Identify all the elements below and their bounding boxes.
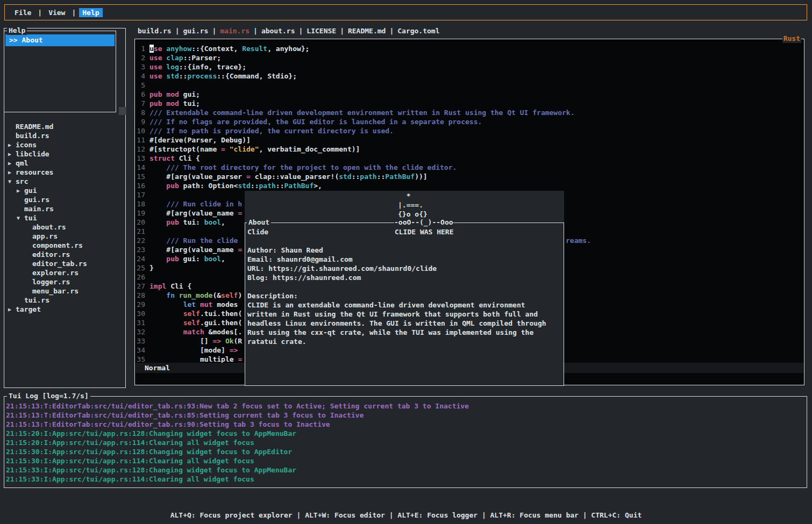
tree-item-label: tui — [24, 213, 37, 222]
code-text: /// If no path is provided, the current … — [149, 126, 394, 135]
tree-item-build.rs[interactable]: build.rs — [4, 131, 124, 140]
menu-item-help[interactable]: Help — [79, 8, 102, 17]
about-popup-box: About -ooO--(_)--Ooo Clide CLIDE WAS HER… — [245, 222, 564, 386]
tab-readme.md[interactable]: README.md — [348, 26, 386, 36]
code-line[interactable]: 14 /// The root directory for the projec… — [137, 163, 803, 172]
line-number: 29 — [137, 300, 145, 309]
line-number: 13 — [137, 154, 145, 163]
tree-item-qml[interactable]: ▶qml — [4, 159, 124, 168]
tree-item-logger.rs[interactable]: logger.rs — [4, 277, 124, 286]
code-line[interactable]: 10/// If no path is provided, the curren… — [137, 126, 803, 135]
line-number: 8 — [137, 108, 145, 117]
code-text: pub mod tui; — [149, 99, 200, 108]
tab-separator: | — [386, 26, 397, 36]
tree-item-label: tui.rs — [24, 296, 49, 305]
tree-item-tui[interactable]: ▼tui — [4, 213, 124, 222]
tree-item-label: resources — [16, 168, 53, 177]
tree-item-editor-tab.rs[interactable]: editor_tab.rs — [4, 259, 124, 268]
tree-item-label: about.rs — [32, 222, 66, 232]
file-tree: README.mdbuild.rs▶icons▶libclide▶qml▶res… — [4, 122, 124, 314]
menu-separator: | — [38, 9, 42, 17]
line-number: 24 — [137, 254, 145, 263]
tree-item-label: icons — [16, 140, 37, 149]
code-line[interactable]: 6pub mod gui; — [137, 90, 803, 99]
code-line[interactable]: 9/// If no flags are provided, the GUI e… — [137, 117, 803, 126]
tab-license[interactable]: LICENSE — [307, 26, 336, 36]
code-line[interactable]: 4use std::process::{Command, Stdio}; — [137, 71, 803, 81]
tree-item-component.rs[interactable]: component.rs — [4, 241, 124, 250]
about-popup-line: Author: Shaun Reed — [247, 246, 564, 255]
code-line[interactable]: 13struct Cli { — [137, 154, 803, 163]
dropdown-item-about[interactable]: >> About — [5, 34, 115, 46]
code-line[interactable]: 2use clap::Parser; — [137, 53, 803, 62]
about-popup-line: CLIDE is an extendable command-line driv… — [247, 300, 564, 310]
about-popup-line: Email: shaunrd0@gmail.com — [247, 255, 564, 264]
menu-item-view[interactable]: View — [45, 8, 68, 17]
editor-tab-bar: build.rs|gui.rs|main.rs|about.rs|LICENSE… — [138, 26, 440, 36]
log-entry: 21:15:20:I:App:src/tui/app.rs:114:Cleari… — [6, 438, 469, 447]
line-number: 28 — [137, 291, 145, 300]
line-number: 3 — [137, 62, 145, 71]
tree-item-about.rs[interactable]: about.rs — [4, 222, 124, 232]
line-number: 4 — [137, 71, 145, 81]
line-number: 1 — [137, 44, 145, 53]
tree-item-src[interactable]: ▼src — [4, 177, 124, 186]
code-line[interactable]: 3use log::{info, trace}; — [137, 62, 803, 71]
code-line[interactable]: 12#[structopt(name = "clide", verbatim_d… — [137, 145, 803, 154]
log-entry: 21:15:33:I:App:src/tui/app.rs:128:Changi… — [6, 465, 469, 475]
tab-gui.rs[interactable]: gui.rs — [183, 26, 208, 36]
dropdown-scrollbar-thumb[interactable] — [119, 107, 126, 115]
about-popup-line — [247, 282, 564, 291]
tree-item-libclide[interactable]: ▶libclide — [4, 149, 124, 159]
tree-item-gui.rs[interactable]: gui.rs — [4, 195, 124, 204]
code-line[interactable]: 16 pub path: Option<std::path::PathBuf>, — [137, 181, 803, 190]
tree-item-label: menu_bar.rs — [32, 286, 79, 296]
tree-item-menu-bar.rs[interactable]: menu_bar.rs — [4, 286, 124, 296]
tree-item-label: build.rs — [16, 131, 49, 140]
tree-item-label: libclide — [16, 149, 49, 159]
code-line[interactable]: 11#[derive(Parser, Debug)] — [137, 135, 803, 145]
tree-item-icons[interactable]: ▶icons — [4, 140, 124, 149]
code-text: use log::{info, trace}; — [149, 62, 246, 71]
tab-about.rs[interactable]: about.rs — [261, 26, 295, 36]
tab-separator: | — [336, 26, 348, 36]
tree-item-main.rs[interactable]: main.rs — [4, 204, 124, 213]
shortcut-line-1: ALT+Q: Focus project explorer | ALT+W: F… — [0, 511, 812, 520]
line-number: 15 — [137, 172, 145, 181]
folder-expanded-icon: ▼ — [8, 177, 16, 186]
code-text: self.tui.then( — [149, 309, 242, 318]
tab-build.rs[interactable]: build.rs — [138, 26, 172, 36]
about-popup-line: Blog: https://shaunreed.com — [247, 273, 564, 282]
tree-item-label: component.rs — [32, 241, 83, 250]
tree-item-editor.rs[interactable]: editor.rs — [4, 250, 124, 259]
menu-item-file[interactable]: File — [11, 8, 34, 17]
tree-item-label: target — [16, 305, 41, 314]
tui-log-title: Tui Log [log=1.7/s] — [7, 392, 90, 400]
tree-item-explorer.rs[interactable]: explorer.rs — [4, 268, 124, 277]
tree-item-gui[interactable]: ▶gui — [4, 186, 124, 195]
code-text: let mut modes — [149, 300, 238, 309]
tree-item-tui.rs[interactable]: tui.rs — [4, 296, 124, 305]
tree-item-readme.md[interactable]: README.md — [4, 122, 124, 131]
code-line[interactable]: 7pub mod tui; — [137, 99, 803, 108]
tree-item-target[interactable]: ▶target — [4, 305, 124, 314]
tree-item-label: gui.rs — [24, 195, 49, 204]
code-line[interactable]: 15 #[arg(value_parser = clap::value_pars… — [137, 172, 803, 181]
log-entry: 21:15:13:T:EditorTab:src/tui/editor_tab.… — [6, 401, 469, 411]
tree-item-app.rs[interactable]: app.rs — [4, 232, 124, 241]
line-number: 20 — [137, 218, 145, 227]
line-number: 7 — [137, 99, 145, 108]
tab-main.rs[interactable]: main.rs — [220, 26, 250, 36]
line-number: 32 — [137, 327, 145, 336]
code-line[interactable]: 5 — [137, 81, 803, 90]
code-text: pub mod gui; — [149, 90, 200, 99]
tab-cargo.toml[interactable]: Cargo.toml — [397, 26, 439, 36]
code-text: } — [149, 263, 154, 272]
line-number: 31 — [137, 318, 145, 327]
code-line[interactable]: 1use anyhow::{Context, Result, anyhow}; — [137, 44, 803, 53]
line-number: 14 — [137, 163, 145, 172]
tree-item-resources[interactable]: ▶resources — [4, 168, 124, 177]
code-line[interactable]: 8/// Extendable command-line driven deve… — [137, 108, 803, 117]
about-popup-line: headless Linux environments. The GUI is … — [247, 319, 564, 328]
line-number: 26 — [137, 272, 145, 282]
